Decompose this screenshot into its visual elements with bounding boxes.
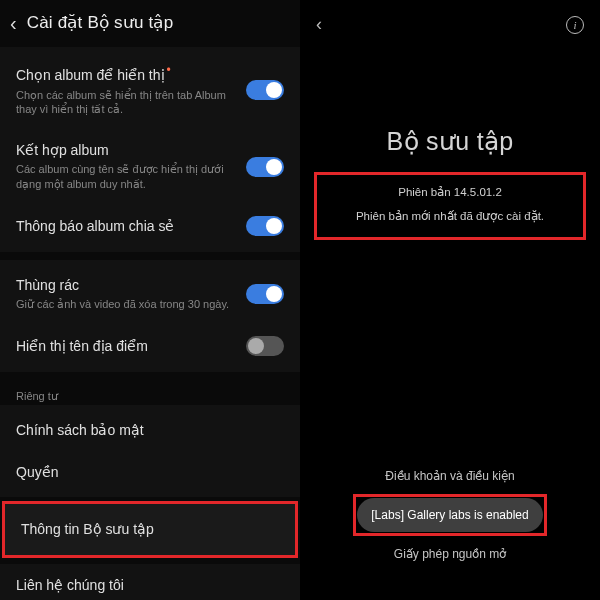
toggle-merge-album[interactable] (246, 157, 284, 177)
group-about: Thông tin Bộ sưu tập (5, 504, 295, 554)
link-terms[interactable]: Điều khoản và điều kiện (300, 460, 600, 492)
settings-header: ‹ Cài đặt Bộ sưu tập (0, 0, 300, 47)
highlight-toast: [Labs] Gallery labs is enabled (353, 494, 546, 536)
setting-label: Quyền (16, 464, 58, 480)
setting-label: Hiển thị tên địa điểm (16, 338, 148, 354)
back-icon[interactable]: ‹ (10, 13, 17, 33)
toggle-show-location[interactable] (246, 336, 284, 356)
setting-choose-album[interactable]: Chọn album để hiển thị• Chọn các album s… (0, 51, 300, 129)
setting-label: Chọn album để hiển thị (16, 67, 165, 83)
setting-desc: Giữ các ảnh và video đã xóa trong 30 ngà… (16, 297, 236, 312)
highlight-about-gallery: Thông tin Bộ sưu tập (2, 501, 298, 557)
about-title: Bộ sưu tập (300, 127, 600, 156)
setting-label: Chính sách bảo mật (16, 422, 144, 438)
setting-label: Thùng rác (16, 277, 79, 293)
setting-shared-notify[interactable]: Thông báo album chia sẻ (0, 204, 300, 248)
setting-contact-us[interactable]: Liên hệ chúng tôi (0, 564, 300, 600)
group-storage: Thùng rác Giữ các ảnh và video đã xóa tr… (0, 260, 300, 372)
toggle-choose-album[interactable] (246, 80, 284, 100)
settings-panel: ‹ Cài đặt Bộ sưu tập Chọn album để hiển … (0, 0, 300, 600)
highlight-version-info: Phiên bản 14.5.01.2 Phiên bản mới nhất đ… (314, 172, 586, 240)
settings-list: Chọn album để hiển thị• Chọn các album s… (0, 47, 300, 600)
setting-desc: Các album cùng tên sẽ được hiển thị dưới… (16, 162, 236, 192)
about-panel: ‹ i Bộ sưu tập Phiên bản 14.5.01.2 Phiên… (300, 0, 600, 600)
setting-privacy-policy[interactable]: Chính sách bảo mật (0, 409, 300, 451)
setting-merge-album[interactable]: Kết hợp album Các album cùng tên sẽ được… (0, 129, 300, 204)
back-icon[interactable]: ‹ (316, 14, 322, 35)
link-open-source[interactable]: Giấy phép nguồn mở (300, 538, 600, 570)
info-icon[interactable]: i (566, 16, 584, 34)
setting-about-gallery[interactable]: Thông tin Bộ sưu tập (5, 504, 295, 554)
settings-title: Cài đặt Bộ sưu tập (27, 12, 174, 33)
setting-desc: Chọn các album sẽ hiển thị trên tab Albu… (16, 88, 236, 118)
about-links: Điều khoản và điều kiện [Labs] Gallery l… (300, 460, 600, 570)
section-privacy-label: Riêng tư (0, 380, 300, 405)
setting-show-location[interactable]: Hiển thị tên địa điểm (0, 324, 300, 368)
required-asterisk: • (167, 63, 171, 77)
setting-label: Liên hệ chúng tôi (16, 577, 124, 593)
group-privacy: Chính sách bảo mật Quyền (0, 405, 300, 497)
toast-message: [Labs] Gallery labs is enabled (357, 498, 542, 532)
version-status: Phiên bản mới nhất đã được cài đặt. (323, 209, 577, 223)
toggle-shared-notify[interactable] (246, 216, 284, 236)
setting-trash[interactable]: Thùng rác Giữ các ảnh và video đã xóa tr… (0, 264, 300, 324)
setting-permissions[interactable]: Quyền (0, 451, 300, 493)
version-text: Phiên bản 14.5.01.2 (323, 185, 577, 199)
group-contact: Liên hệ chúng tôi (0, 564, 300, 600)
toggle-trash[interactable] (246, 284, 284, 304)
about-header: ‹ i (300, 0, 600, 35)
setting-label: Kết hợp album (16, 142, 109, 158)
setting-label: Thông tin Bộ sưu tập (21, 521, 154, 537)
group-albums: Chọn album để hiển thị• Chọn các album s… (0, 47, 300, 252)
setting-label: Thông báo album chia sẻ (16, 218, 174, 234)
